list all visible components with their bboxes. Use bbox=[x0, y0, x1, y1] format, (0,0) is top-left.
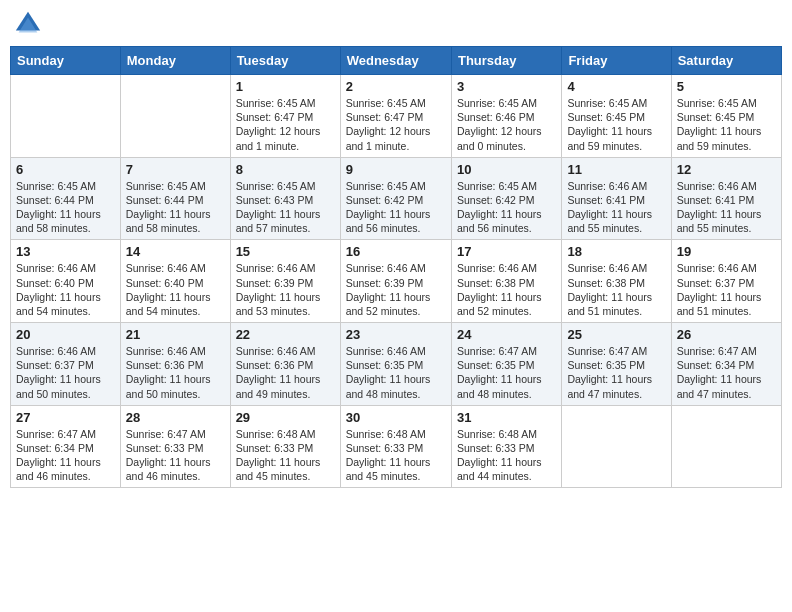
day-number: 12 bbox=[677, 162, 776, 177]
day-info: Sunrise: 6:45 AM Sunset: 6:43 PM Dayligh… bbox=[236, 179, 335, 236]
day-info: Sunrise: 6:48 AM Sunset: 6:33 PM Dayligh… bbox=[346, 427, 446, 484]
day-number: 14 bbox=[126, 244, 225, 259]
calendar-cell: 31Sunrise: 6:48 AM Sunset: 6:33 PM Dayli… bbox=[451, 405, 561, 488]
day-number: 25 bbox=[567, 327, 665, 342]
day-number: 15 bbox=[236, 244, 335, 259]
day-info: Sunrise: 6:48 AM Sunset: 6:33 PM Dayligh… bbox=[236, 427, 335, 484]
day-info: Sunrise: 6:47 AM Sunset: 6:35 PM Dayligh… bbox=[457, 344, 556, 401]
logo-icon bbox=[14, 10, 42, 38]
calendar-day-header: Friday bbox=[562, 47, 671, 75]
calendar-week-row: 20Sunrise: 6:46 AM Sunset: 6:37 PM Dayli… bbox=[11, 323, 782, 406]
calendar-day-header: Sunday bbox=[11, 47, 121, 75]
day-info: Sunrise: 6:45 AM Sunset: 6:47 PM Dayligh… bbox=[236, 96, 335, 153]
day-number: 26 bbox=[677, 327, 776, 342]
day-info: Sunrise: 6:45 AM Sunset: 6:42 PM Dayligh… bbox=[346, 179, 446, 236]
day-info: Sunrise: 6:45 AM Sunset: 6:47 PM Dayligh… bbox=[346, 96, 446, 153]
calendar-cell: 11Sunrise: 6:46 AM Sunset: 6:41 PM Dayli… bbox=[562, 157, 671, 240]
day-number: 9 bbox=[346, 162, 446, 177]
day-number: 17 bbox=[457, 244, 556, 259]
calendar-week-row: 13Sunrise: 6:46 AM Sunset: 6:40 PM Dayli… bbox=[11, 240, 782, 323]
day-info: Sunrise: 6:45 AM Sunset: 6:44 PM Dayligh… bbox=[16, 179, 115, 236]
calendar-cell: 9Sunrise: 6:45 AM Sunset: 6:42 PM Daylig… bbox=[340, 157, 451, 240]
calendar-cell bbox=[120, 75, 230, 158]
calendar-day-header: Saturday bbox=[671, 47, 781, 75]
day-number: 28 bbox=[126, 410, 225, 425]
day-number: 27 bbox=[16, 410, 115, 425]
day-info: Sunrise: 6:46 AM Sunset: 6:37 PM Dayligh… bbox=[677, 261, 776, 318]
calendar-cell: 5Sunrise: 6:45 AM Sunset: 6:45 PM Daylig… bbox=[671, 75, 781, 158]
day-info: Sunrise: 6:46 AM Sunset: 6:36 PM Dayligh… bbox=[236, 344, 335, 401]
calendar-cell: 19Sunrise: 6:46 AM Sunset: 6:37 PM Dayli… bbox=[671, 240, 781, 323]
calendar-week-row: 27Sunrise: 6:47 AM Sunset: 6:34 PM Dayli… bbox=[11, 405, 782, 488]
calendar-cell: 7Sunrise: 6:45 AM Sunset: 6:44 PM Daylig… bbox=[120, 157, 230, 240]
page-header bbox=[10, 10, 782, 38]
day-number: 20 bbox=[16, 327, 115, 342]
calendar-cell: 15Sunrise: 6:46 AM Sunset: 6:39 PM Dayli… bbox=[230, 240, 340, 323]
calendar-day-header: Monday bbox=[120, 47, 230, 75]
calendar-cell: 18Sunrise: 6:46 AM Sunset: 6:38 PM Dayli… bbox=[562, 240, 671, 323]
day-info: Sunrise: 6:46 AM Sunset: 6:40 PM Dayligh… bbox=[16, 261, 115, 318]
day-info: Sunrise: 6:46 AM Sunset: 6:39 PM Dayligh… bbox=[236, 261, 335, 318]
day-info: Sunrise: 6:46 AM Sunset: 6:41 PM Dayligh… bbox=[677, 179, 776, 236]
calendar-cell: 22Sunrise: 6:46 AM Sunset: 6:36 PM Dayli… bbox=[230, 323, 340, 406]
day-number: 29 bbox=[236, 410, 335, 425]
day-number: 11 bbox=[567, 162, 665, 177]
calendar-cell bbox=[11, 75, 121, 158]
calendar-cell: 25Sunrise: 6:47 AM Sunset: 6:35 PM Dayli… bbox=[562, 323, 671, 406]
day-number: 18 bbox=[567, 244, 665, 259]
calendar-cell: 1Sunrise: 6:45 AM Sunset: 6:47 PM Daylig… bbox=[230, 75, 340, 158]
day-number: 19 bbox=[677, 244, 776, 259]
calendar-cell: 24Sunrise: 6:47 AM Sunset: 6:35 PM Dayli… bbox=[451, 323, 561, 406]
day-number: 22 bbox=[236, 327, 335, 342]
day-info: Sunrise: 6:46 AM Sunset: 6:38 PM Dayligh… bbox=[457, 261, 556, 318]
day-info: Sunrise: 6:46 AM Sunset: 6:39 PM Dayligh… bbox=[346, 261, 446, 318]
day-number: 3 bbox=[457, 79, 556, 94]
calendar-cell: 8Sunrise: 6:45 AM Sunset: 6:43 PM Daylig… bbox=[230, 157, 340, 240]
day-number: 4 bbox=[567, 79, 665, 94]
day-info: Sunrise: 6:46 AM Sunset: 6:40 PM Dayligh… bbox=[126, 261, 225, 318]
day-info: Sunrise: 6:45 AM Sunset: 6:44 PM Dayligh… bbox=[126, 179, 225, 236]
calendar-week-row: 1Sunrise: 6:45 AM Sunset: 6:47 PM Daylig… bbox=[11, 75, 782, 158]
calendar-cell: 17Sunrise: 6:46 AM Sunset: 6:38 PM Dayli… bbox=[451, 240, 561, 323]
day-number: 8 bbox=[236, 162, 335, 177]
day-number: 7 bbox=[126, 162, 225, 177]
calendar-cell bbox=[562, 405, 671, 488]
calendar-week-row: 6Sunrise: 6:45 AM Sunset: 6:44 PM Daylig… bbox=[11, 157, 782, 240]
day-info: Sunrise: 6:48 AM Sunset: 6:33 PM Dayligh… bbox=[457, 427, 556, 484]
day-number: 24 bbox=[457, 327, 556, 342]
day-number: 30 bbox=[346, 410, 446, 425]
calendar-cell: 28Sunrise: 6:47 AM Sunset: 6:33 PM Dayli… bbox=[120, 405, 230, 488]
day-info: Sunrise: 6:47 AM Sunset: 6:33 PM Dayligh… bbox=[126, 427, 225, 484]
day-number: 23 bbox=[346, 327, 446, 342]
calendar-cell: 27Sunrise: 6:47 AM Sunset: 6:34 PM Dayli… bbox=[11, 405, 121, 488]
calendar-cell bbox=[671, 405, 781, 488]
day-number: 21 bbox=[126, 327, 225, 342]
calendar-cell: 23Sunrise: 6:46 AM Sunset: 6:35 PM Dayli… bbox=[340, 323, 451, 406]
calendar-cell: 16Sunrise: 6:46 AM Sunset: 6:39 PM Dayli… bbox=[340, 240, 451, 323]
logo bbox=[14, 10, 46, 38]
calendar-table: SundayMondayTuesdayWednesdayThursdayFrid… bbox=[10, 46, 782, 488]
day-info: Sunrise: 6:47 AM Sunset: 6:35 PM Dayligh… bbox=[567, 344, 665, 401]
calendar-day-header: Thursday bbox=[451, 47, 561, 75]
day-number: 13 bbox=[16, 244, 115, 259]
calendar-cell: 14Sunrise: 6:46 AM Sunset: 6:40 PM Dayli… bbox=[120, 240, 230, 323]
day-number: 31 bbox=[457, 410, 556, 425]
calendar-cell: 4Sunrise: 6:45 AM Sunset: 6:45 PM Daylig… bbox=[562, 75, 671, 158]
day-info: Sunrise: 6:45 AM Sunset: 6:45 PM Dayligh… bbox=[567, 96, 665, 153]
day-number: 2 bbox=[346, 79, 446, 94]
day-info: Sunrise: 6:45 AM Sunset: 6:46 PM Dayligh… bbox=[457, 96, 556, 153]
day-number: 1 bbox=[236, 79, 335, 94]
day-info: Sunrise: 6:46 AM Sunset: 6:35 PM Dayligh… bbox=[346, 344, 446, 401]
day-info: Sunrise: 6:46 AM Sunset: 6:37 PM Dayligh… bbox=[16, 344, 115, 401]
day-number: 6 bbox=[16, 162, 115, 177]
calendar-cell: 26Sunrise: 6:47 AM Sunset: 6:34 PM Dayli… bbox=[671, 323, 781, 406]
day-number: 10 bbox=[457, 162, 556, 177]
calendar-cell: 2Sunrise: 6:45 AM Sunset: 6:47 PM Daylig… bbox=[340, 75, 451, 158]
calendar-cell: 20Sunrise: 6:46 AM Sunset: 6:37 PM Dayli… bbox=[11, 323, 121, 406]
day-info: Sunrise: 6:45 AM Sunset: 6:45 PM Dayligh… bbox=[677, 96, 776, 153]
calendar-cell: 10Sunrise: 6:45 AM Sunset: 6:42 PM Dayli… bbox=[451, 157, 561, 240]
calendar-day-header: Tuesday bbox=[230, 47, 340, 75]
calendar-cell: 6Sunrise: 6:45 AM Sunset: 6:44 PM Daylig… bbox=[11, 157, 121, 240]
day-info: Sunrise: 6:45 AM Sunset: 6:42 PM Dayligh… bbox=[457, 179, 556, 236]
calendar-cell: 12Sunrise: 6:46 AM Sunset: 6:41 PM Dayli… bbox=[671, 157, 781, 240]
